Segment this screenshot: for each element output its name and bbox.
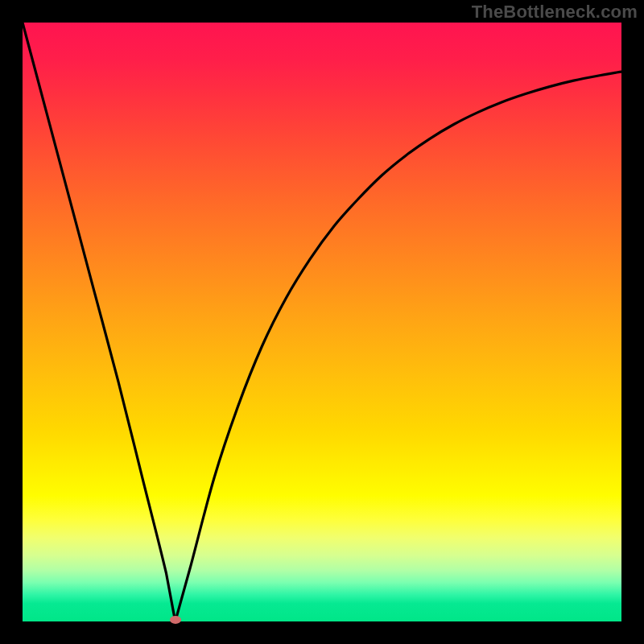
watermark-text: TheBottleneck.com <box>472 2 638 23</box>
chart-svg <box>23 23 621 621</box>
chart-area <box>23 23 621 621</box>
vertex-marker <box>170 616 181 624</box>
bottleneck-curve-path <box>23 23 621 621</box>
